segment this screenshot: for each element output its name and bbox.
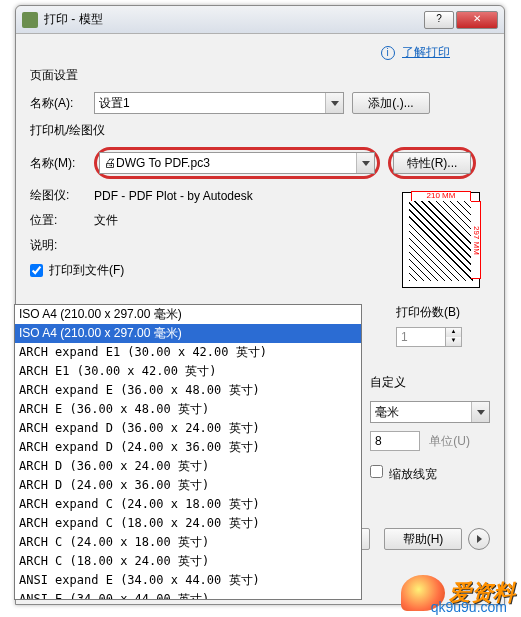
printer-properties-button[interactable]: 特性(R)... [393,152,471,174]
copies-input[interactable] [396,327,446,347]
chevron-down-icon[interactable] [471,402,489,422]
chevron-down-icon[interactable] [356,153,374,173]
location-value: 文件 [94,212,118,229]
spin-up-icon[interactable]: ▲ [446,328,461,337]
preview-hatch [409,199,473,281]
paper-preview: 210 MM 297 MM [402,192,480,288]
copies-title: 打印份数(B) [396,304,490,321]
add-setup-button[interactable]: 添加(.)... [352,92,430,114]
scale-lineweight-label: 缩放线宽 [389,467,437,481]
custom-scale-label: 自定义 [370,375,406,389]
dropdown-option[interactable]: ARCH E1 (30.00 x 42.00 英寸) [15,362,361,381]
dropdown-option[interactable]: ARCH D (36.00 x 24.00 英寸) [15,457,361,476]
dropdown-option[interactable]: ANSI E (34.00 x 44.00 英寸) [15,590,361,600]
dropdown-option[interactable]: ARCH C (24.00 x 18.00 英寸) [15,533,361,552]
printer-name-combo[interactable]: 🖨 DWG To PDF.pc3 [99,152,375,174]
dropdown-option[interactable]: ARCH E (36.00 x 48.00 英寸) [15,400,361,419]
scale-input[interactable] [370,431,420,451]
plotter-label: 绘图仪: [30,187,94,204]
app-icon [22,12,38,28]
printer-name-value: DWG To PDF.pc3 [116,156,210,170]
unit-label: 单位(U) [429,434,470,448]
learn-print-link[interactable]: 了解打印 [402,44,450,61]
setup-name-label: 名称(A): [30,95,94,112]
dropdown-option[interactable]: ARCH expand E1 (30.00 x 42.00 英寸) [15,343,361,362]
dropdown-option[interactable]: ARCH D (24.00 x 36.00 英寸) [15,476,361,495]
unit-value: 毫米 [375,404,399,421]
info-icon: i [381,46,395,60]
setup-name-combo[interactable]: 设置1 [94,92,344,114]
dropdown-highlight[interactable]: ISO A4 (210.00 x 297.00 毫米) [15,324,361,343]
page-setup-title: 页面设置 [30,67,490,84]
paper-size-dropdown[interactable]: ISO A4 (210.00 x 297.00 毫米) ISO A4 (210.… [14,304,362,600]
help-button[interactable]: ? [424,11,454,29]
setup-name-value: 设置1 [99,95,130,112]
dropdown-option[interactable]: ARCH expand C (18.00 x 24.00 英寸) [15,514,361,533]
copies-spinner[interactable]: ▲▼ [396,327,490,347]
dropdown-selected[interactable]: ISO A4 (210.00 x 297.00 毫米) [15,305,361,324]
spin-down-icon[interactable]: ▼ [446,337,461,346]
dropdown-option[interactable]: ARCH C (18.00 x 24.00 英寸) [15,552,361,571]
printer-name-label: 名称(M): [30,155,94,172]
dropdown-option[interactable]: ARCH expand C (24.00 x 18.00 英寸) [15,495,361,514]
preview-height: 297 MM [471,201,481,279]
printer-title: 打印机/绘图仪 [30,122,490,139]
desc-label: 说明: [30,237,94,254]
print-to-file-checkbox[interactable] [30,264,43,277]
chevron-down-icon[interactable] [325,93,343,113]
print-to-file-label: 打印到文件(F) [49,262,124,279]
dropdown-option[interactable]: ARCH expand D (36.00 x 24.00 英寸) [15,419,361,438]
dropdown-option[interactable]: ANSI expand E (34.00 x 44.00 英寸) [15,571,361,590]
location-label: 位置: [30,212,94,229]
help-button[interactable]: 帮助(H) [384,528,462,550]
titlebar[interactable]: 打印 - 模型 ? ✕ [16,6,504,34]
dropdown-option[interactable]: ARCH expand E (36.00 x 48.00 英寸) [15,381,361,400]
unit-combo[interactable]: 毫米 [370,401,490,423]
preview-width: 210 MM [411,191,471,201]
scale-lineweight-checkbox[interactable] [370,465,383,478]
plotter-value: PDF - PDF Plot - by Autodesk [94,189,253,203]
window-title: 打印 - 模型 [44,11,424,28]
close-button[interactable]: ✕ [456,11,498,29]
expand-button[interactable] [468,528,490,550]
watermark-url: qk9u9u.com [431,599,507,615]
right-partial: 自定义 毫米 单位(U) 缩放线宽 [370,374,490,483]
dropdown-option[interactable]: ARCH expand D (24.00 x 36.00 英寸) [15,438,361,457]
